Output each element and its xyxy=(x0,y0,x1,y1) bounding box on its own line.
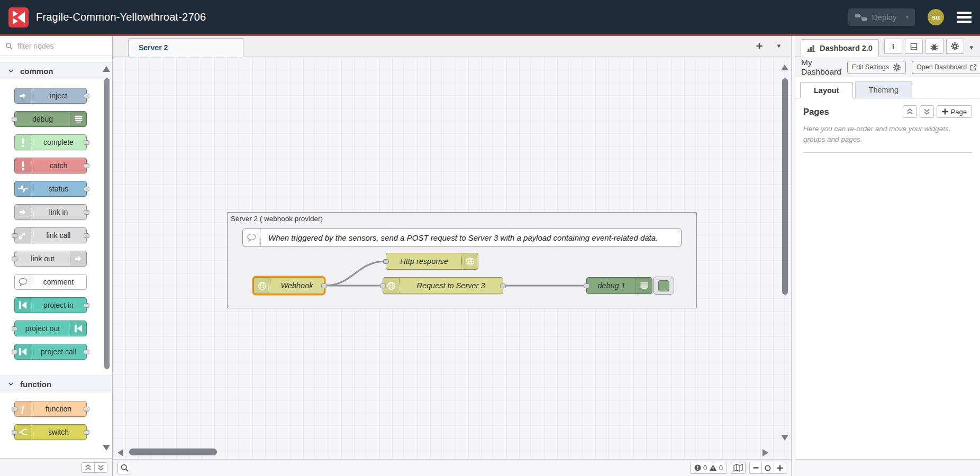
palette-node-project-out[interactable]: project out xyxy=(14,321,87,336)
output-port xyxy=(84,94,89,98)
layout-tab-label: Layout xyxy=(814,86,839,95)
notifications-badge[interactable]: 0 0 xyxy=(690,462,727,474)
palette-node-project-call[interactable]: project call xyxy=(14,344,87,360)
palette-scroll-up-arrow[interactable] xyxy=(103,65,110,74)
flow-node-request-to-server-3[interactable]: Request to Server 3 xyxy=(383,277,503,294)
gear-icon xyxy=(892,63,901,72)
edit-settings-button[interactable]: Edit Settings xyxy=(847,61,906,74)
node-palette: commoninjectdebugcompletecatchstatuslink… xyxy=(0,36,113,476)
flow-node-debug-1[interactable]: debug 1 xyxy=(586,277,652,294)
debug-toggle-button[interactable] xyxy=(653,277,674,295)
chevron-down-icon xyxy=(8,382,14,386)
search-flows-button[interactable] xyxy=(117,462,131,474)
palette-category-common[interactable]: common xyxy=(0,62,112,79)
palette-node-status[interactable]: status xyxy=(14,181,87,197)
open-dashboard-button[interactable]: Open Dashboard xyxy=(912,61,980,74)
output-port[interactable] xyxy=(500,283,506,288)
canvas-scroll-down-arrow[interactable] xyxy=(781,435,788,441)
sidebar-splitter[interactable] xyxy=(791,36,795,476)
arrow-icon xyxy=(15,205,31,219)
sidebar-info-button[interactable]: i xyxy=(884,39,902,54)
debug-enabled-indicator xyxy=(658,280,669,291)
input-port xyxy=(12,407,17,411)
flow-list-caret[interactable]: ▾ xyxy=(777,42,781,50)
app-header: Fragile-Common-Yellowthroat-2706 Deploy … xyxy=(0,0,980,36)
deploy-options-caret[interactable]: ▾ xyxy=(905,14,909,21)
tab-theming[interactable]: Theming xyxy=(855,81,912,98)
palette-node-link-out[interactable]: link out xyxy=(14,251,87,267)
deploy-icon xyxy=(855,13,867,22)
expand-categories-button[interactable] xyxy=(94,462,107,473)
input-port xyxy=(12,326,17,331)
dashboard-header-row: My Dashboard Edit Settings Open Dashboar… xyxy=(795,57,980,77)
node-label: Request to Server 3 xyxy=(383,278,503,294)
zoom-in-button[interactable] xyxy=(774,462,786,474)
input-port[interactable] xyxy=(584,283,589,288)
output-port xyxy=(84,233,89,238)
flow-node-webhook[interactable]: Webhook xyxy=(253,277,324,294)
wire-webhook-to-http-response[interactable] xyxy=(324,261,386,286)
search-icon xyxy=(5,42,13,50)
palette-search xyxy=(0,36,112,56)
palette-scroll-down-arrow[interactable] xyxy=(103,443,110,453)
deploy-button[interactable]: Deploy ▾ xyxy=(848,8,915,26)
project-icon xyxy=(70,321,86,336)
output-port xyxy=(84,407,89,411)
pages-header: Pages Page xyxy=(803,105,972,118)
zoom-out-button[interactable] xyxy=(749,462,762,474)
sidebar-tabs-caret[interactable]: ▾ xyxy=(969,43,975,51)
user-avatar[interactable]: su xyxy=(928,9,944,25)
list-icon xyxy=(70,112,86,126)
sidebar-settings-button[interactable] xyxy=(946,39,964,54)
move-page-down-button[interactable] xyxy=(920,105,934,118)
zoom-reset-button[interactable] xyxy=(761,462,774,474)
tab-dashboard-2[interactable]: Dashboard 2.0 xyxy=(801,39,879,57)
dashboard-title: My Dashboard xyxy=(801,58,841,77)
output-port[interactable] xyxy=(321,283,327,288)
output-port xyxy=(84,187,89,191)
input-port[interactable] xyxy=(383,259,389,264)
plus-icon xyxy=(942,108,948,115)
palette-node-comment[interactable]: comment xyxy=(14,274,87,290)
add-page-button[interactable]: Page xyxy=(937,105,972,118)
flow-canvas[interactable]: Server 2 ( webhook provider) When trigge… xyxy=(113,57,791,459)
canvas-scroll-right-arrow[interactable] xyxy=(763,449,768,456)
main-menu-button[interactable] xyxy=(957,12,972,23)
palette-node-link-in[interactable]: link in xyxy=(14,204,87,220)
palette-node-catch[interactable]: catch xyxy=(14,158,87,173)
canvas-horizontal-scrollbar[interactable] xyxy=(129,448,217,455)
move-page-up-button[interactable] xyxy=(903,105,917,118)
palette-node-inject[interactable]: inject xyxy=(14,88,87,104)
pages-title: Pages xyxy=(803,107,900,117)
header-actions: Deploy ▾ su xyxy=(848,8,972,26)
canvas-scroll-left-arrow[interactable] xyxy=(117,449,123,456)
minimap-toggle-button[interactable] xyxy=(731,462,746,474)
tab-layout[interactable]: Layout xyxy=(800,82,853,98)
bar-chart-icon xyxy=(807,44,816,52)
sidebar-docs-button[interactable] xyxy=(905,39,923,54)
palette-node-function[interactable]: ffunction xyxy=(14,401,87,417)
palette-node-complete[interactable]: complete xyxy=(14,134,87,150)
canvas-footer: 0 0 xyxy=(113,459,791,476)
palette-node-link-call[interactable]: link call xyxy=(14,227,87,243)
input-port[interactable] xyxy=(380,283,386,288)
flow-node-http-response[interactable]: Http response xyxy=(386,253,478,270)
palette-node-switch[interactable]: switch xyxy=(14,424,87,440)
palette-node-project-in[interactable]: project in xyxy=(14,297,87,313)
output-port xyxy=(84,163,89,168)
chevron-down-icon xyxy=(8,69,14,73)
sidebar-icon-buttons: i xyxy=(884,39,964,54)
sidebar-debug-button[interactable] xyxy=(925,39,943,54)
output-port xyxy=(84,303,89,308)
tab-server-2[interactable]: Server 2 xyxy=(128,38,243,57)
palette-scrollbar[interactable] xyxy=(104,78,110,369)
filter-nodes-input[interactable] xyxy=(16,41,107,51)
collapse-categories-button[interactable] xyxy=(81,462,95,473)
canvas-vertical-scrollbar[interactable] xyxy=(782,78,788,295)
flow-comment-node[interactable]: When triggered by the sensors, send a PO… xyxy=(242,228,682,246)
palette-node-debug[interactable]: debug xyxy=(14,111,87,127)
canvas-scroll-up-arrow[interactable] xyxy=(781,65,788,70)
svg-text:i: i xyxy=(892,42,894,51)
palette-category-function[interactable]: function xyxy=(0,376,112,392)
add-flow-button[interactable] xyxy=(756,43,763,49)
